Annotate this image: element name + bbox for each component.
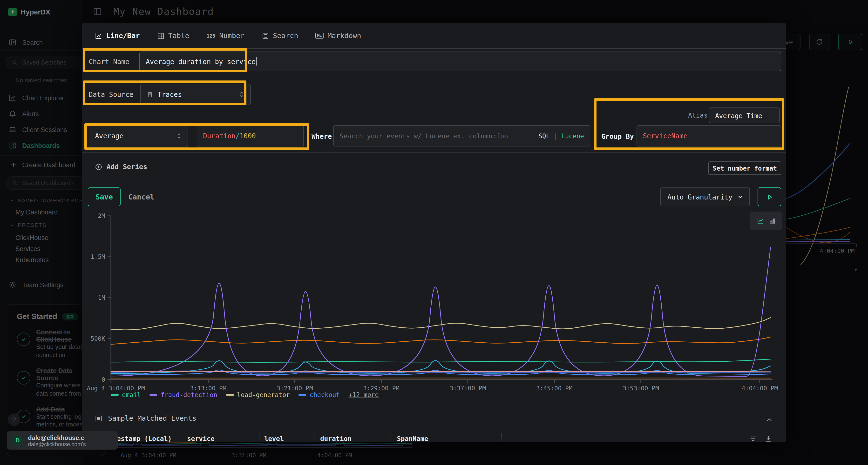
set-number-format-button[interactable]: Set number format: [708, 161, 781, 175]
plus-circle-icon: [95, 163, 102, 170]
divider: [82, 152, 786, 153]
divider: [82, 115, 680, 116]
legend-label: checkout: [310, 391, 340, 399]
granularity-select[interactable]: Auto Granularity: [660, 188, 750, 206]
column-header-spanname[interactable]: SpanName: [397, 435, 428, 442]
x-tick-label: 4:04:00 PM: [742, 385, 778, 392]
x-tick-label: Aug 4 3:04:00 PM: [87, 385, 145, 392]
column-header-level[interactable]: level: [264, 435, 284, 442]
tab-markdown[interactable]: M↓ Markdown: [316, 23, 361, 49]
legend-item-checkout[interactable]: checkout: [299, 391, 340, 399]
legend-dash-icon: [111, 394, 119, 396]
avatar: D: [11, 434, 24, 446]
tab-table[interactable]: Table: [157, 23, 189, 49]
x-tick-label: 3:21:00 PM: [277, 385, 313, 392]
sort-filter-icon[interactable]: [749, 435, 756, 442]
divider: [82, 409, 786, 409]
run-query-button[interactable]: [757, 188, 781, 206]
legend-more-link[interactable]: +12 more: [349, 391, 379, 399]
chart-legend: emailfraud-detectionload-generatorchecko…: [111, 391, 379, 399]
series-line-fraud-detection: [111, 247, 771, 376]
y-tick-label: 500K: [91, 335, 105, 342]
legend-dash-icon: [150, 394, 157, 396]
column-header-duration[interactable]: duration: [320, 435, 351, 442]
legend-dash-icon: [226, 394, 234, 396]
annotation-chart-name: [83, 48, 247, 72]
series-line-email: [111, 359, 771, 362]
user-detail: dale@clickhouse.com's: [28, 441, 86, 447]
chevron-down-icon: [737, 194, 744, 200]
column-separator: [181, 433, 181, 442]
tab-number[interactable]: 123 Number: [207, 23, 245, 49]
download-icon[interactable]: [765, 435, 772, 442]
legend-item-load-generator[interactable]: load-generator: [226, 391, 290, 399]
list-icon: [95, 414, 102, 422]
query-language-toggle[interactable]: SQL | Lucene: [538, 132, 584, 139]
lucene-toggle[interactable]: Lucene: [561, 132, 584, 139]
table-icon: [157, 32, 164, 39]
add-series-button[interactable]: Add Series: [95, 163, 147, 171]
markdown-icon: M↓: [316, 33, 324, 38]
annotation-aggregation: [84, 123, 309, 150]
sql-toggle[interactable]: SQL: [538, 132, 550, 139]
series-line: [111, 337, 771, 344]
x-tick-label: 3:37:00 PM: [450, 385, 486, 392]
save-button[interactable]: Save: [88, 188, 121, 206]
annotation-data-source: [83, 80, 246, 105]
where-label: Where: [311, 133, 332, 140]
legend-label: email: [122, 391, 141, 399]
legend-item-email[interactable]: email: [111, 391, 141, 399]
play-icon: [766, 194, 773, 200]
main-chart: 0500K1M1.5M2MAug 4 3:04:00 PM3:13:00 PM3…: [82, 211, 786, 397]
cancel-button[interactable]: Cancel: [128, 188, 154, 206]
tab-search[interactable]: Search: [262, 23, 298, 49]
user-name: dale@clickhouse.c: [28, 434, 86, 441]
column-header-service[interactable]: service: [187, 435, 215, 442]
user-menu[interactable]: D dale@clickhouse.c dale@clickhouse.com'…: [7, 431, 118, 450]
annotation-group-by: [594, 98, 784, 150]
line-chart-icon: [95, 32, 102, 39]
where-search-input[interactable]: Search your events w/ Lucene ex. column:…: [333, 125, 590, 146]
legend-dash-icon: [299, 394, 306, 396]
x-tick-label: 3:53:00 PM: [623, 385, 659, 392]
column-separator: [501, 433, 501, 442]
column-separator: [259, 433, 259, 442]
y-tick-label: 1M: [98, 294, 105, 301]
legend-item-fraud-detection[interactable]: fraud-detection: [150, 391, 217, 399]
sample-matched-events-header[interactable]: Sample Matched Events: [95, 414, 196, 422]
x-tick-label: 3:29:00 PM: [363, 385, 400, 392]
y-tick-label: 2M: [98, 212, 105, 219]
legend-label: fraud-detection: [161, 391, 217, 399]
y-tick-label: 0: [101, 376, 105, 383]
y-tick-label: 1.5M: [91, 253, 105, 260]
app-root: HyperDX Search Saved Searches No saved s…: [0, 0, 868, 465]
column-separator: [314, 433, 314, 442]
x-tick-label: 3:45:00 PM: [536, 385, 572, 392]
collapse-chevron-icon[interactable]: [766, 416, 773, 423]
text-caret: [256, 57, 257, 66]
chart-type-tabs: Line/Bar Table 123 Number Search M↓ Mark…: [82, 23, 786, 49]
number-123-icon: 123: [207, 33, 215, 38]
tab-line-bar[interactable]: Line/Bar: [95, 23, 140, 49]
x-tick-label: 3:13:00 PM: [190, 385, 226, 392]
column-separator: [391, 433, 391, 442]
document-list-icon: [262, 32, 269, 39]
legend-label: load-generator: [237, 391, 290, 399]
